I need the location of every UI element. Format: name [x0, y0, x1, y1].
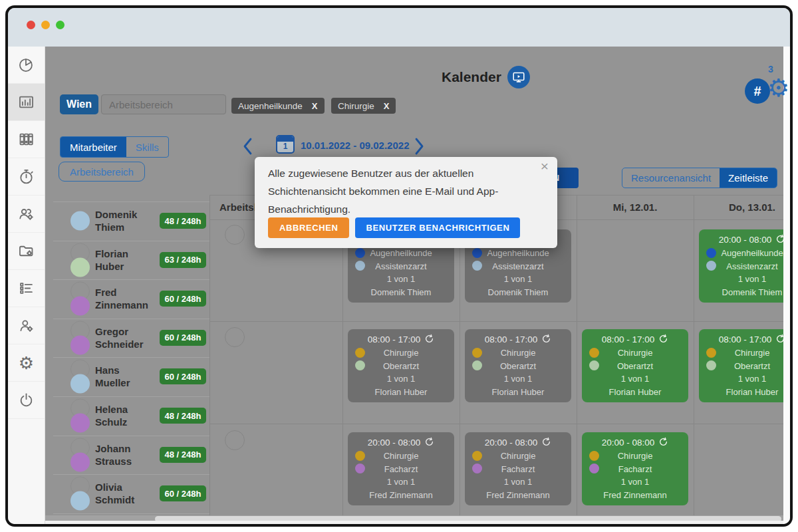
role-color-dot: [355, 464, 365, 473]
shift-card[interactable]: 20:00 - 08:00ChirurgieFacharzt1 von 1Fre…: [348, 432, 454, 505]
employee-row[interactable]: JohannStrauss48 / 248h: [45, 436, 209, 474]
minimize-window-button[interactable]: [41, 21, 50, 29]
hashtag-button[interactable]: #: [745, 78, 770, 104]
workspace-search-input[interactable]: [101, 94, 226, 114]
employee-row[interactable]: OliviaSchmidt60 / 248h: [45, 474, 209, 513]
sidebar-item-power[interactable]: [8, 382, 45, 419]
tab-mitarbeiter[interactable]: Mitarbeiter: [61, 137, 126, 157]
window-frame: ⚙ ArbeitsbereichMi, 12.01.Do, 13.01.Dome…: [5, 5, 793, 527]
previous-period-button[interactable]: [242, 137, 253, 158]
next-period-button[interactable]: [414, 137, 425, 158]
date-range-label[interactable]: 10.01.2022 - 09.02.2022: [301, 140, 409, 151]
page-title: Kalender: [442, 69, 501, 85]
department-color-dot: [355, 451, 365, 461]
shift-card[interactable]: 20:00 - 08:00ChirurgieFacharzt1 von 1Fre…: [465, 432, 571, 505]
power-icon: [17, 391, 35, 409]
shift-card[interactable]: 08:00 - 17:00ChirurgieOberartzt1 von 1Fl…: [582, 329, 688, 402]
sidebar-item-stopwatch[interactable]: [8, 158, 45, 196]
close-window-button[interactable]: [27, 21, 35, 29]
employee-hours-badge: 60 / 248h: [160, 485, 206, 501]
skill-color-dot: [70, 297, 90, 316]
settings-gear-icon[interactable]: ⚙: [767, 76, 789, 100]
hashtag-icon: #: [753, 84, 761, 99]
employee-skill-dots: [70, 321, 90, 354]
pie-chart-icon: [17, 56, 35, 74]
sidebar-item-archive[interactable]: [8, 121, 45, 158]
sidebar-item-user-settings[interactable]: [8, 307, 45, 344]
employee-row[interactable]: HelenaSchulz48 / 248h: [45, 396, 209, 435]
sidebar-item-team-settings[interactable]: [8, 196, 45, 233]
employee-skill-dots: [70, 282, 90, 316]
employee-hours-badge: 60 / 248h: [160, 330, 206, 346]
shift-assignee: Florian Huber: [465, 386, 571, 399]
shift-card[interactable]: 08:00 - 17:00ChirurgieOberartzt1 von 1Fl…: [348, 329, 454, 402]
shift-card[interactable]: 20:00 - 08:00ChirurgieFacharzt1 von 1Fre…: [582, 432, 688, 505]
bar-chart-icon: [17, 93, 35, 111]
shift-time: 08:00 - 17:00: [582, 332, 688, 346]
sidebar-item-checklist[interactable]: [8, 270, 45, 307]
zoom-window-button[interactable]: [56, 21, 65, 29]
shift-time: 08:00 - 17:00: [465, 332, 571, 346]
sidebar-item-pie-chart[interactable]: [8, 47, 45, 84]
shift-card[interactable]: 20:00 - 08:00AugenheilkundeAssistenzarzt…: [699, 229, 783, 303]
window-titlebar: [8, 8, 790, 47]
shift-capacity: 1 von 1: [348, 372, 454, 386]
skill-color-dot: [70, 257, 90, 277]
stopwatch-icon: [17, 168, 35, 186]
employee-skill-dots: [70, 360, 90, 394]
employee-row[interactable]: DomenikThiem48 / 248h: [45, 201, 209, 240]
tab-arbeitsbereich[interactable]: Arbeitsbereich: [59, 162, 145, 182]
role-color-dot: [355, 360, 365, 370]
employee-row[interactable]: HansMueller60 / 248h: [45, 357, 209, 396]
workspace-avatar-placeholder: [225, 430, 245, 450]
employee-name: OliviaSchmidt: [95, 481, 134, 506]
shift-assignee: Domenik Thiem: [465, 286, 571, 299]
role-color-dot: [472, 261, 482, 271]
toggle-resource-view[interactable]: Resourcenansicht: [622, 168, 720, 188]
workspace-avatar-placeholder: [225, 225, 245, 245]
calendar-day-number: 1: [277, 142, 293, 152]
workspace-avatar-placeholder: [225, 327, 245, 347]
sidebar: ⚙: [8, 47, 45, 524]
settings-icon: ⚙: [19, 354, 34, 372]
employee-row[interactable]: FredZinnemann60 / 248h: [45, 279, 209, 318]
checklist-icon: [17, 279, 35, 297]
cancel-button[interactable]: ABBRECHEN: [268, 217, 349, 238]
vertical-scrollbar-gutter[interactable]: [783, 47, 790, 524]
repeat-icon: [658, 437, 668, 449]
location-button[interactable]: Wien: [60, 94, 98, 114]
divider: [577, 195, 577, 515]
app-window: ⚙ ArbeitsbereichMi, 12.01.Do, 13.01.Dome…: [8, 8, 790, 524]
skill-color-dot: [70, 414, 90, 433]
repeat-icon: [541, 334, 551, 346]
shift-time: 20:00 - 08:00: [465, 436, 571, 450]
remove-tag-icon[interactable]: X: [384, 101, 390, 111]
remove-tag-icon[interactable]: X: [312, 101, 318, 111]
repeat-icon: [658, 334, 668, 346]
shift-time: 20:00 - 08:00: [582, 436, 688, 450]
shift-assignee: Florian Huber: [699, 386, 783, 399]
close-icon[interactable]: ×: [541, 158, 549, 174]
folder-settings-icon: [17, 242, 35, 260]
tab-skills[interactable]: Skills: [126, 137, 168, 157]
screencast-icon[interactable]: [507, 66, 530, 88]
toggle-timeline-view[interactable]: Zeitleiste: [720, 168, 777, 188]
employee-row[interactable]: FlorianHuber63 / 248h: [45, 241, 209, 279]
repeat-icon: [775, 334, 783, 346]
filter-tag-augenheilkunde: Augenheilkunde X: [231, 98, 325, 114]
employee-skill-dots: [70, 243, 90, 277]
shift-time: 08:00 - 17:00: [348, 332, 454, 346]
sidebar-item-bar-chart[interactable]: [8, 84, 45, 121]
sidebar-item-settings[interactable]: ⚙: [8, 344, 45, 382]
confirm-notify-button[interactable]: BENUTZER BENACHRICHTIGEN: [355, 217, 520, 238]
sidebar-item-folder-settings[interactable]: [8, 233, 45, 270]
employee-name: DomenikThiem: [95, 208, 137, 233]
shift-card[interactable]: 08:00 - 17:00ChirurgieOberartzt1 von 1Fl…: [699, 329, 783, 402]
shift-card[interactable]: 08:00 - 17:00ChirurgieOberartzt1 von 1Fl…: [465, 329, 571, 402]
divider: [45, 521, 783, 524]
window-body: ⚙ ArbeitsbereichMi, 12.01.Do, 13.01.Dome…: [8, 47, 790, 524]
skill-color-dot: [70, 335, 90, 354]
employee-row[interactable]: GregorSchneider60 / 248h: [45, 319, 209, 357]
shift-assignee: Florian Huber: [348, 386, 454, 399]
department-color-dot: [472, 248, 482, 258]
